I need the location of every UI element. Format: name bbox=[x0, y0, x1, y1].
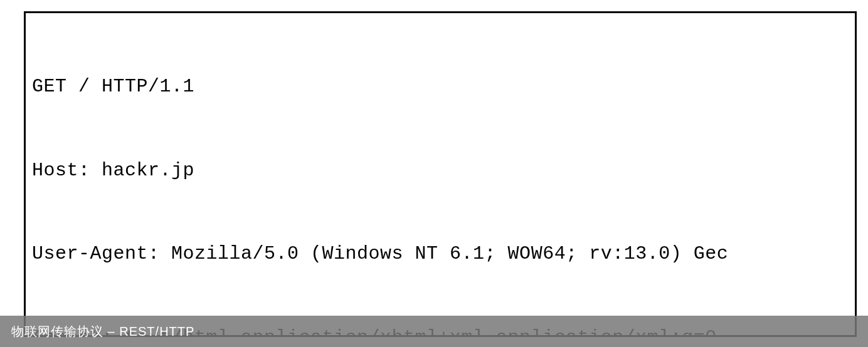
footer-label: 物联网传输协议 – REST/HTTP bbox=[11, 323, 194, 340]
footer-bar: 物联网传输协议 – REST/HTTP bbox=[0, 316, 868, 347]
http-request-content: GET / HTTP/1.1 Host: hackr.jp User-Agent… bbox=[32, 17, 849, 337]
code-line: Host: hackr.jp bbox=[32, 157, 849, 185]
code-line: User-Agent: Mozilla/5.0 (Windows NT 6.1;… bbox=[32, 240, 849, 268]
http-request-box: GET / HTTP/1.1 Host: hackr.jp User-Agent… bbox=[24, 11, 857, 337]
code-line: GET / HTTP/1.1 bbox=[32, 73, 849, 101]
